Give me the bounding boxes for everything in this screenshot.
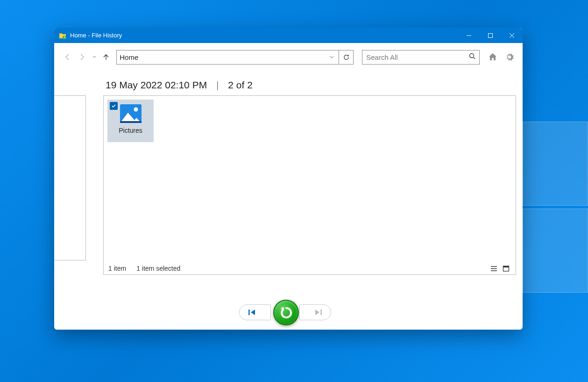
version-info: 19 May 2022 02:10 PM | 2 of 2 — [54, 71, 523, 95]
search-input[interactable] — [366, 53, 469, 61]
previous-version-button[interactable] — [239, 304, 271, 320]
desktop-win-logo — [523, 122, 588, 296]
item-checkbox[interactable] — [110, 102, 118, 110]
svg-line-6 — [474, 58, 475, 59]
items-area[interactable]: Pictures — [104, 96, 516, 262]
maximize-button[interactable] — [480, 28, 501, 43]
minimize-button[interactable] — [458, 28, 480, 43]
search-box[interactable] — [362, 50, 480, 65]
settings-button[interactable] — [503, 50, 516, 64]
restore-button[interactable] — [273, 300, 299, 325]
folder-item-pictures[interactable]: Pictures — [107, 100, 154, 142]
home-button[interactable] — [486, 50, 499, 64]
svg-rect-15 — [248, 310, 250, 315]
selected-count: 1 item selected — [136, 265, 180, 272]
separator: | — [216, 79, 219, 90]
svg-rect-14 — [503, 266, 509, 267]
nav-recent-dropdown[interactable] — [91, 55, 98, 59]
view-details-button[interactable] — [489, 264, 499, 273]
status-bar: 1 item 1 item selected — [104, 262, 516, 274]
content-area: Pictures 1 item 1 item selected — [54, 95, 523, 296]
app-icon — [59, 32, 66, 39]
items-panel: Pictures 1 item 1 item selected — [103, 95, 516, 275]
window-title: Home - File History — [70, 32, 122, 39]
nav-up-button[interactable] — [99, 50, 113, 64]
svg-point-8 — [134, 108, 138, 112]
file-history-window: Home - File History Home — [54, 28, 523, 330]
svg-rect-9 — [120, 121, 142, 123]
view-icons-button[interactable] — [501, 264, 511, 273]
address-dropdown-icon[interactable] — [327, 55, 336, 59]
search-icon[interactable] — [469, 53, 475, 61]
nav-back-button[interactable] — [61, 50, 74, 64]
pictures-folder-icon — [119, 102, 143, 125]
timestamp: 19 May 2022 02:10 PM — [106, 79, 207, 90]
toolbar: Home — [54, 43, 523, 71]
nav-forward-button[interactable] — [76, 50, 89, 64]
titlebar[interactable]: Home - File History — [54, 28, 523, 43]
previous-version-panel[interactable] — [54, 95, 86, 260]
navigation-controls — [54, 296, 523, 330]
close-button[interactable] — [501, 28, 523, 43]
address-bar[interactable]: Home — [116, 50, 339, 65]
page-indicator: 2 of 2 — [228, 79, 253, 90]
next-version-button[interactable] — [299, 304, 331, 320]
address-text: Home — [120, 53, 327, 61]
svg-point-5 — [470, 54, 474, 58]
svg-rect-16 — [321, 310, 322, 315]
refresh-button[interactable] — [339, 50, 354, 65]
item-count: 1 item — [108, 265, 126, 272]
folder-label: Pictures — [119, 127, 142, 134]
svg-rect-2 — [489, 33, 493, 37]
